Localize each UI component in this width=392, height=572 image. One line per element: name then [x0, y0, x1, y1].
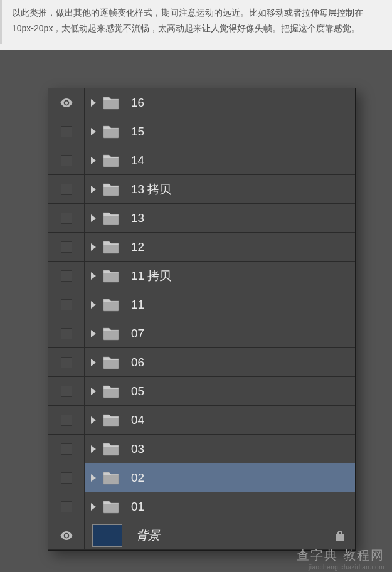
visibility-toggle[interactable] [48, 88, 85, 117]
layer-row[interactable]: 背景 [48, 521, 355, 550]
layer-content[interactable]: 12 [85, 233, 355, 261]
folder-icon [102, 327, 120, 341]
layer-name-label[interactable]: 背景 [136, 527, 160, 544]
visibility-empty-icon [61, 415, 72, 426]
layer-row[interactable]: 16 [48, 88, 355, 117]
folder-icon [102, 471, 120, 485]
expand-arrow-icon[interactable] [91, 243, 96, 251]
layer-name-label[interactable]: 05 [131, 384, 144, 398]
layer-content[interactable]: 15 [85, 117, 355, 146]
folder-icon [102, 154, 120, 167]
visibility-toggle[interactable] [48, 463, 85, 492]
layer-name-label[interactable]: 07 [131, 327, 144, 341]
expand-arrow-icon[interactable] [91, 388, 96, 395]
layer-name-label[interactable]: 03 [131, 442, 144, 456]
layer-row[interactable]: 07 [48, 319, 355, 348]
layer-content[interactable]: 03 [85, 435, 355, 463]
layer-name-label[interactable]: 13 [131, 211, 144, 225]
layer-row[interactable]: 11 [48, 290, 355, 319]
layer-name-label[interactable]: 06 [131, 356, 144, 369]
layer-row[interactable]: 06 [48, 348, 355, 377]
folder-icon [102, 356, 120, 369]
layer-content[interactable]: 07 [85, 319, 355, 347]
folder-icon [102, 500, 120, 514]
layer-name-label[interactable]: 11 拷贝 [131, 268, 171, 284]
eye-icon [60, 98, 73, 107]
expand-arrow-icon[interactable] [91, 503, 96, 511]
visibility-toggle[interactable] [48, 521, 85, 549]
expand-arrow-icon[interactable] [91, 474, 96, 482]
visibility-empty-icon [61, 270, 72, 282]
layer-name-label[interactable]: 01 [131, 500, 144, 514]
layer-row[interactable]: 13 [48, 204, 355, 233]
expand-arrow-icon[interactable] [91, 214, 96, 222]
visibility-toggle[interactable] [48, 377, 85, 405]
article-paragraph: 以此类推，做出其他的逐帧变化样式，期间注意运动的远近。比如移动或者拉伸每层控制在… [0, 0, 392, 44]
layer-row[interactable]: 02 [48, 463, 355, 492]
visibility-toggle[interactable] [48, 117, 85, 146]
expand-arrow-icon[interactable] [91, 330, 96, 337]
visibility-toggle[interactable] [48, 406, 85, 434]
layer-content[interactable]: 13 拷贝 [85, 175, 355, 203]
layer-content[interactable]: 05 [85, 377, 355, 405]
visibility-empty-icon [61, 126, 72, 137]
visibility-empty-icon [61, 299, 72, 310]
visibility-toggle[interactable] [48, 233, 85, 261]
expand-arrow-icon[interactable] [91, 445, 96, 453]
folder-icon [102, 298, 120, 312]
layer-name-label[interactable]: 04 [131, 413, 144, 427]
layer-row[interactable]: 15 [48, 117, 355, 146]
visibility-toggle[interactable] [48, 262, 85, 290]
layer-row[interactable]: 13 拷贝 [48, 175, 355, 204]
layer-row[interactable]: 01 [48, 492, 355, 521]
visibility-empty-icon [61, 501, 72, 512]
expand-arrow-icon[interactable] [91, 359, 96, 366]
layer-thumbnail [92, 524, 122, 547]
layer-name-label[interactable]: 14 [131, 154, 144, 167]
layer-content[interactable]: 16 [85, 88, 355, 117]
layer-row[interactable]: 05 [48, 377, 355, 406]
visibility-toggle[interactable] [48, 348, 85, 376]
folder-icon [102, 442, 120, 456]
layer-name-label[interactable]: 02 [131, 471, 144, 485]
visibility-toggle[interactable] [48, 175, 85, 203]
eye-icon [60, 531, 73, 540]
expand-arrow-icon[interactable] [91, 128, 96, 135]
visibility-toggle[interactable] [48, 492, 85, 521]
layer-row[interactable]: 04 [48, 406, 355, 435]
layer-content[interactable]: 06 [85, 348, 355, 376]
layer-content[interactable]: 14 [85, 146, 355, 174]
visibility-toggle[interactable] [48, 290, 85, 319]
expand-arrow-icon[interactable] [91, 416, 96, 424]
visibility-toggle[interactable] [48, 204, 85, 232]
folder-icon [102, 413, 120, 427]
visibility-toggle[interactable] [48, 146, 85, 174]
expand-arrow-icon[interactable] [91, 186, 96, 193]
layer-name-label[interactable]: 16 [131, 96, 144, 110]
layer-row[interactable]: 12 [48, 233, 355, 262]
layer-row[interactable]: 14 [48, 146, 355, 175]
visibility-toggle[interactable] [48, 435, 85, 463]
layer-row[interactable]: 03 [48, 435, 355, 463]
layer-content[interactable]: 11 [85, 290, 355, 319]
visibility-toggle[interactable] [48, 319, 85, 347]
layer-content[interactable]: 13 [85, 204, 355, 232]
layer-content[interactable]: 背景 [85, 521, 355, 549]
layer-content[interactable]: 04 [85, 406, 355, 434]
layer-content[interactable]: 01 [85, 492, 355, 521]
folder-icon [102, 384, 120, 398]
expand-arrow-icon[interactable] [91, 99, 96, 107]
expand-arrow-icon[interactable] [91, 301, 96, 309]
visibility-empty-icon [61, 357, 72, 368]
layers-panel: 16151413 拷贝131211 拷贝1107060504030201背景 [48, 88, 356, 551]
layer-name-label[interactable]: 13 拷贝 [131, 181, 171, 198]
layer-content[interactable]: 11 拷贝 [85, 262, 355, 290]
layer-name-label[interactable]: 12 [131, 240, 144, 254]
layer-content[interactable]: 02 [85, 463, 355, 492]
layer-row[interactable]: 11 拷贝 [48, 262, 355, 290]
layer-name-label[interactable]: 11 [131, 298, 144, 312]
expand-arrow-icon[interactable] [91, 272, 96, 280]
layer-name-label[interactable]: 15 [131, 125, 144, 139]
expand-arrow-icon[interactable] [91, 157, 96, 164]
visibility-empty-icon [61, 328, 72, 339]
